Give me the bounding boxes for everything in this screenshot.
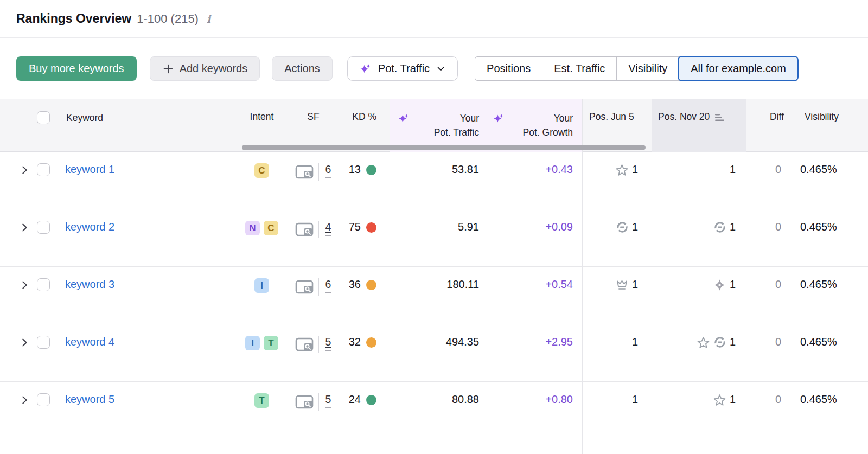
pot-traffic-value: 80.88 [452,393,479,406]
kd-difficulty-dot [366,337,376,348]
sf-cell: 4 [285,209,342,266]
sf-count[interactable]: 6 [325,278,332,293]
metric-dropdown-label: Pot. Traffic [378,62,430,75]
row-expand-chevron-icon[interactable] [20,165,30,175]
intent-cell: C [239,152,285,209]
kd-cell: 36 [342,267,390,324]
keyword-cell: keyword 2 [0,209,239,266]
sparkles-icon [360,63,372,75]
row-checkbox[interactable] [37,163,50,176]
header-diff[interactable]: Diff [746,99,793,152]
row-checkbox[interactable] [37,278,50,291]
pos-jun-5-cell: 1 [582,152,652,209]
pot-growth-value: +2.95 [545,336,573,348]
row-expand-chevron-icon[interactable] [20,395,30,405]
visibility-value: 0.465% [800,393,837,406]
plus-icon [162,63,174,75]
sf-count[interactable]: 6 [325,163,332,178]
kd-difficulty-dot [366,395,376,405]
header-intent[interactable]: Intent [239,99,285,152]
tab-all-for-example-com[interactable]: All for example.com [679,57,797,80]
keyword-link[interactable]: keyword 4 [65,336,114,348]
metric-dropdown[interactable]: Pot. Traffic [347,56,458,81]
visibility-cell: 0.465% [793,382,868,439]
header-kd[interactable]: KD % [342,99,390,152]
pos-jun-5-cell: 1 [582,324,652,381]
serp-features-icon[interactable] [295,164,314,180]
select-all-checkbox[interactable] [37,111,50,124]
view-switcher: PositionsEst. TrafficVisibilityAll for e… [475,56,798,81]
sf-count[interactable]: 4 [325,221,332,236]
table-row: keyword 1C61353.81+0.431100.465% [0,152,868,209]
sparkles-icon [493,113,505,127]
sf-divider [318,278,319,296]
sf-cell: 6 [285,152,342,209]
sf-count[interactable]: 5 [325,336,332,351]
keyword-link[interactable]: keyword 2 [65,221,114,233]
pos-nov-20-value: 1 [730,163,736,176]
table-row: keyword 4IT532494.35+2.951100.465% [0,324,868,382]
row-expand-chevron-icon[interactable] [20,222,30,233]
serp-features-icon[interactable] [295,279,314,295]
kd-difficulty-dot [366,280,376,290]
chevron-down-icon [436,64,445,73]
keyword-link[interactable]: keyword 5 [65,393,114,406]
sf-divider [318,163,319,181]
row-expand-chevron-icon[interactable] [20,337,30,348]
info-icon[interactable]: i [207,13,210,25]
sort-descending-icon [715,113,726,122]
tab-positions[interactable]: Positions [475,57,542,80]
keyword-link[interactable]: keyword 1 [65,163,114,176]
tab-visibility[interactable]: Visibility [616,57,679,80]
table-header-row: Keyword Intent SF KD % YourPot. Traffic … [0,99,868,152]
header-pot-growth[interactable]: YourPot. Growth [489,99,582,152]
horizontal-scrollbar[interactable] [242,145,646,150]
pot-traffic-cell: 53.81 [390,152,489,209]
pot-traffic-cell: 80.88 [390,382,489,439]
keyword-cell: keyword 1 [0,152,239,209]
pos-jun-5-value: 1 [632,393,638,406]
visibility-value: 0.465% [800,221,837,233]
keyword-link[interactable]: keyword 3 [65,278,114,291]
serp-features-icon[interactable] [295,222,314,237]
visibility-cell: 0.465% [793,267,868,324]
pos-nov-20-cell: 1 [652,209,746,266]
row-checkbox[interactable] [37,393,50,406]
sf-count[interactable]: 5 [325,393,332,408]
add-keywords-button[interactable]: Add keywords [150,56,260,81]
kd-difficulty-dot [366,165,376,175]
pot-growth-cell: +0.80 [489,382,582,439]
pos-jun-5-value: 1 [632,278,638,291]
result-range: 1-100 (215) [137,12,199,26]
header-pos-nov-20[interactable]: Pos. Nov 20 [652,99,746,152]
pot-growth-value: +0.54 [545,278,573,291]
header-keyword[interactable]: Keyword [0,99,239,152]
row-checkbox[interactable] [37,221,50,234]
diff-value: 0 [775,278,781,291]
pot-traffic-value: 5.91 [458,221,479,233]
tab-est-traffic[interactable]: Est. Traffic [542,57,616,80]
star-icon [615,163,629,177]
row-expand-chevron-icon[interactable] [20,280,30,290]
pos-nov-20-value: 1 [730,336,736,348]
pos-jun-5-cell: 1 [582,267,652,324]
header-pot-traffic[interactable]: YourPot. Traffic [390,99,489,152]
instant-answer-icon [713,278,726,292]
kd-value: 24 [349,393,361,406]
actions-button[interactable]: Actions [272,56,333,81]
row-checkbox[interactable] [37,336,50,349]
kd-cell: 32 [342,324,390,381]
header-sf[interactable]: SF [285,99,342,152]
diff-cell: 0 [746,324,793,381]
serp-features-icon[interactable] [295,394,314,410]
sf-cell: 5 [285,382,342,439]
pot-growth-cell: +0.54 [489,267,582,324]
toolbar: Buy more keywords Add keywords Actions P… [0,38,868,99]
intent-badge-t: T [254,393,269,408]
pos-jun-5-value: 1 [632,163,638,176]
buy-more-keywords-button[interactable]: Buy more keywords [16,56,137,81]
pos-nov-20-value: 1 [730,221,736,233]
header-visibility[interactable]: Visibility [793,99,868,152]
header-pos-jun-5[interactable]: Pos. Jun 5 [582,99,652,152]
serp-features-icon[interactable] [295,337,314,352]
